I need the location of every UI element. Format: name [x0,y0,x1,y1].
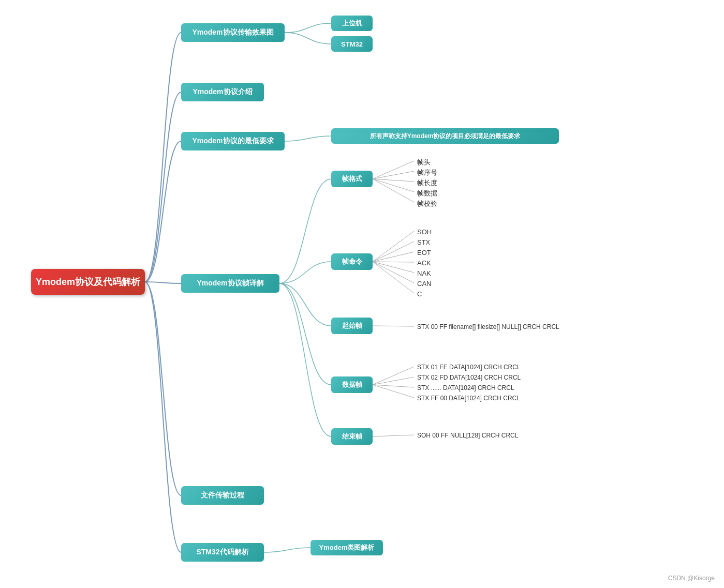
leaf-cmd-nak: NAK [414,268,434,279]
svg-line-14 [373,377,414,385]
branch-1-child-2: STM32 [331,36,373,52]
watermark: CSDN @Kisorge [668,575,715,582]
svg-line-0 [373,161,414,179]
svg-line-16 [373,385,414,398]
svg-line-3 [373,179,414,192]
sub-start-frame: 起始帧 [331,318,373,334]
leaf-data-1: STX 01 FE DATA[1024] CRCH CRCL [414,362,524,372]
sub-start-frame-label: 起始帧 [342,321,362,330]
mindmap-container: Ymodem协议及代码解析 Ymodem协议传输效果图 上位机 STM32 Ym… [0,0,724,588]
root-node: Ymodem协议及代码解析 [31,269,145,295]
branch-5: 文件传输过程 [181,486,264,505]
svg-line-17 [373,435,414,436]
svg-line-7 [373,252,414,262]
branch-6: STM32代码解析 [181,543,264,562]
sub-end-frame-label: 结束帧 [342,432,362,441]
sub-frame-format: 帧格式 [331,171,373,187]
svg-line-8 [373,262,414,262]
svg-line-15 [373,385,414,387]
leaf-end: SOH 00 FF NULL[128] CRCH CRCL [414,430,521,441]
leaf-data-4: STX FF 00 DATA[1024] CRCH CRCL [414,393,523,403]
branch-3-child-1: 所有声称支持Ymodem协议的项目必须满足的最低要求 [331,128,559,144]
branch-3-label: Ymodem协议的最低要求 [192,137,273,146]
leaf-cmd-ack: ACK [414,258,434,268]
branch-3: Ymodem协议的最低要求 [181,132,285,150]
branch-5-label: 文件传输过程 [201,491,244,500]
sub-frame-cmd: 帧命令 [331,253,373,270]
sub-data-frame-label: 数据帧 [342,380,362,389]
svg-line-12 [373,326,414,326]
branch-6-label: STM32代码解析 [196,548,248,557]
leaf-cmd-soh: SOH [414,227,435,237]
leaf-cmd-can: CAN [414,278,434,289]
b3c1-label: 所有声称支持Ymodem协议的项目必须满足的最低要求 [370,132,521,141]
branch-4: Ymodem协议帧详解 [181,274,279,293]
svg-line-1 [373,171,414,179]
leaf-cmd-c: C [414,289,425,299]
svg-line-11 [373,262,414,293]
leaf-start: STX 00 FF filename[] filesize[] NULL[] C… [414,322,563,332]
branch-2: Ymodem协议介绍 [181,83,264,101]
svg-line-13 [373,367,414,385]
branch-2-label: Ymodem协议介绍 [193,87,252,97]
branch-1-child-1: 上位机 [331,16,373,31]
leaf-data-3: STX ...... DATA[1024] CRCH CRCL [414,383,518,393]
sub-frame-format-label: 帧格式 [342,174,362,184]
svg-line-6 [373,242,414,262]
leaf-cmd-eot: EOT [414,247,434,258]
b6c1-label: Ymodem类图解析 [319,543,375,552]
svg-line-9 [373,262,414,273]
root-label: Ymodem协议及代码解析 [36,276,140,288]
sub-data-frame: 数据帧 [331,376,373,393]
b1c1-label: 上位机 [342,19,362,28]
sub-end-frame: 结束帧 [331,428,373,445]
svg-line-2 [373,179,414,182]
branch-1-label: Ymodem协议传输效果图 [192,28,273,37]
sub-frame-cmd-label: 帧命令 [342,257,362,266]
branch-4-label: Ymodem协议帧详解 [197,279,263,288]
leaf-data-2: STX 02 FD DATA[1024] CRCH CRCL [414,372,524,383]
branch-1: Ymodem协议传输效果图 [181,23,285,42]
leaf-cmd-stx: STX [414,237,433,248]
leaf-frame-check: 帧校验 [414,198,440,210]
svg-line-10 [373,262,414,283]
branch-6-child-1: Ymodem类图解析 [311,540,383,555]
svg-line-4 [373,179,414,202]
svg-line-5 [373,231,414,262]
b1c2-label: STM32 [341,40,363,48]
